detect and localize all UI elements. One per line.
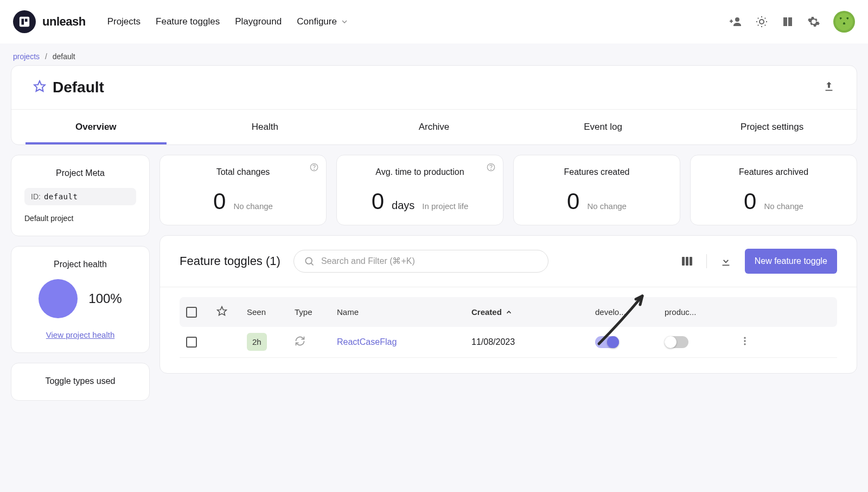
logo-icon	[13, 10, 36, 33]
svg-point-24	[744, 337, 745, 339]
svg-point-25	[744, 340, 745, 342]
columns-icon[interactable]	[678, 253, 695, 270]
svg-point-15	[314, 169, 315, 170]
row-menu-icon[interactable]	[729, 336, 761, 349]
sort-asc-icon	[505, 308, 513, 316]
svg-marker-23	[218, 307, 227, 316]
meta-title: Project Meta	[24, 168, 136, 178]
svg-point-18	[305, 257, 312, 264]
help-icon[interactable]	[487, 163, 495, 174]
svg-marker-13	[34, 81, 45, 91]
download-icon[interactable]	[718, 253, 734, 269]
search-input[interactable]	[321, 256, 538, 266]
brand-logo[interactable]: unleash	[13, 10, 86, 33]
svg-rect-20	[682, 257, 685, 266]
view-health-link[interactable]: View project health	[24, 330, 136, 339]
toggle-types-card: Toggle types used	[11, 363, 150, 401]
settings-icon[interactable]	[807, 15, 820, 28]
search-icon	[304, 256, 315, 267]
svg-line-8	[765, 25, 765, 26]
svg-line-12	[765, 18, 765, 18]
stat-features-created: Features created 0No change	[513, 155, 680, 225]
health-percent: 100%	[88, 291, 122, 306]
search-input-wrap[interactable]	[293, 250, 548, 273]
svg-rect-22	[690, 257, 692, 266]
breadcrumb: projects / default	[0, 43, 868, 65]
tab-archive[interactable]: Archive	[349, 110, 519, 144]
svg-line-19	[311, 263, 314, 266]
svg-rect-2	[25, 19, 28, 22]
project-health-card: Project health 100% View project health	[11, 246, 150, 353]
svg-point-4	[760, 20, 764, 24]
svg-rect-0	[20, 17, 29, 27]
project-meta-card: Project Meta ID: default Default project	[11, 155, 150, 236]
col-seen[interactable]: Seen	[247, 307, 290, 317]
stat-avg-time: Avg. time to production 0daysIn project …	[336, 155, 503, 225]
add-user-icon[interactable]	[729, 15, 742, 28]
select-all-checkbox[interactable]	[186, 307, 197, 318]
chevron-down-icon	[340, 17, 349, 26]
help-icon[interactable]	[310, 163, 318, 174]
breadcrumb-projects[interactable]: projects	[13, 52, 40, 61]
tab-overview[interactable]: Overview	[11, 110, 181, 144]
nav-playground[interactable]: Playground	[235, 16, 282, 27]
svg-rect-21	[686, 257, 688, 266]
user-avatar[interactable]	[833, 11, 855, 33]
toggle-types-title: Toggle types used	[24, 376, 136, 386]
breadcrumb-current: default	[53, 52, 75, 61]
project-id-chip: ID: default	[24, 188, 136, 205]
svg-line-11	[758, 25, 758, 26]
svg-point-3	[735, 17, 739, 22]
created-date: 11/08/2023	[471, 337, 591, 347]
tab-health[interactable]: Health	[181, 110, 350, 144]
col-type[interactable]: Type	[295, 307, 333, 317]
prod-toggle-switch[interactable]	[665, 336, 688, 348]
table-header: Seen Type Name Created develo... produc.…	[180, 297, 837, 327]
favorite-star-icon[interactable]	[33, 80, 46, 95]
stat-total-changes: Total changes 0No change	[159, 155, 327, 225]
toggles-title: Feature toggles (1)	[180, 254, 280, 268]
table-row: 2h ReactCaseFlag 11/08/2023	[180, 327, 837, 358]
brand-text: unleash	[42, 15, 86, 29]
svg-point-17	[491, 169, 492, 170]
svg-point-26	[744, 343, 745, 345]
health-indicator	[39, 279, 78, 318]
theme-toggle-icon[interactable]	[755, 15, 768, 28]
svg-line-7	[758, 18, 758, 18]
nav-configure[interactable]: Configure	[297, 16, 349, 27]
stat-features-archived: Features archived 0No change	[690, 155, 857, 225]
health-title: Project health	[24, 260, 136, 269]
upload-icon[interactable]	[823, 80, 835, 94]
col-created[interactable]: Created	[471, 307, 591, 317]
nav-projects[interactable]: Projects	[107, 16, 141, 27]
project-title: Default	[53, 79, 104, 96]
row-checkbox[interactable]	[186, 337, 197, 348]
type-icon	[295, 336, 333, 349]
col-development[interactable]: develo...	[595, 307, 660, 317]
new-feature-toggle-button[interactable]: New feature toggle	[745, 249, 837, 274]
col-production[interactable]: produc...	[665, 307, 724, 317]
col-name[interactable]: Name	[337, 307, 467, 317]
tab-event-log[interactable]: Event log	[519, 110, 688, 144]
tab-project-settings[interactable]: Project settings	[687, 110, 857, 144]
favorite-column-icon[interactable]	[216, 306, 227, 317]
project-description: Default project	[24, 214, 136, 223]
svg-rect-1	[22, 19, 24, 25]
nav-feature-toggles[interactable]: Feature toggles	[156, 16, 220, 27]
dev-toggle-switch[interactable]	[595, 336, 619, 348]
docs-icon[interactable]	[781, 15, 794, 28]
feature-name-link[interactable]: ReactCaseFlag	[337, 337, 397, 346]
seen-chip: 2h	[247, 333, 267, 351]
